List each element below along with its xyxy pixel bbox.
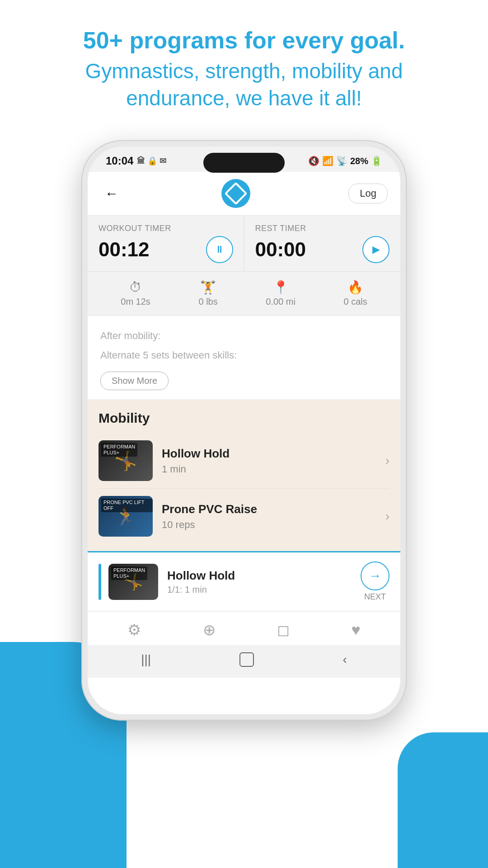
location-icon: 📍 [273,280,289,295]
next-button[interactable]: → NEXT [361,561,389,602]
hollow-detail: 1 min [162,463,385,475]
battery-icon: 🔋 [371,156,382,166]
signal-icon: 📡 [336,156,347,166]
phone-mockup: 10:04 🏛 🔒 ✉ 🔇 📶 📡 28% 🔋 ← [81,140,407,721]
desc-line2: Alternate 5 sets between skills: [100,348,388,363]
stat-distance-value: 0.00 mi [266,297,296,307]
timer-section: WORKOUT TIMER 00:12 ⏸ REST TIMER 00:00 [88,215,400,272]
description-section: After mobility: Alternate 5 sets between… [88,316,400,400]
exercise-item-hollow[interactable]: PERFORMANPLUS+ 🤸 Hollow Hold 1 min › [99,433,389,489]
app-logo [221,179,250,208]
current-thumb-label: PERFORMANPLUS+ [111,566,147,580]
header-section: 50+ programs for every goal. Gymnastics,… [0,0,488,130]
mobility-section: Mobility PERFORMANPLUS+ 🤸 Hollow Hold 1 … [88,400,400,551]
status-left: 10:04 🏛 🔒 ✉ [106,155,166,167]
prone-detail: 10 reps [162,519,385,531]
workout-timer-row: 00:12 ⏸ [99,236,233,263]
prone-thumb: PRONE PVC LIFT OFF 🏃 [99,496,153,537]
phone-screen: ← Log WORKOUT TIMER 00:12 ⏸ [88,172,400,714]
stats-row: ⏱ 0m 12s 🏋 0 lbs 📍 0.00 mi 🔥 0 cals [88,272,400,316]
hollow-thumb: PERFORMANPLUS+ 🤸 [99,440,153,481]
desc-line1: After mobility: [100,328,388,343]
phone-inner: 10:04 🏛 🔒 ✉ 🔇 📶 📡 28% 🔋 ← [88,146,400,714]
stat-distance: 📍 0.00 mi [266,280,296,307]
workout-timer-label: WORKOUT TIMER [99,224,233,233]
current-exercise-bar: PERFORMANPLUS+ 🤸 Hollow Hold 1/1: 1 min … [88,551,400,611]
favorite-nav-icon[interactable]: ♥ [352,621,361,639]
show-more-button[interactable]: Show More [100,372,169,390]
back-button[interactable]: ← [100,182,123,205]
current-detail: 1/1: 1 min [167,585,361,595]
rest-timer-label: REST TIMER [255,224,390,233]
stat-time-value: 0m 12s [121,297,150,307]
weight-icon: 🏋 [200,280,216,295]
bottom-nav: ⚙ ⊕ ◻ ♥ [88,611,400,645]
current-name: Hollow Hold [167,569,361,583]
top-nav: ← Log [88,172,400,215]
forward-gesture-icon[interactable]: ‹ [343,652,347,667]
current-info: Hollow Hold 1/1: 1 min [167,569,361,595]
header-title: 50+ programs for every goal. [36,27,452,54]
stat-time: ⏱ 0m 12s [121,280,150,307]
current-thumb: PERFORMANPLUS+ 🤸 [108,564,158,600]
stat-weight: 🏋 0 lbs [198,280,217,307]
prone-info: Prone PVC Raise 10 reps [162,502,385,531]
next-circle: → [361,561,389,590]
home-square-icon[interactable] [239,652,254,667]
rest-timer-block: REST TIMER 00:00 ▶ [244,216,401,271]
play-button[interactable]: ▶ [362,236,389,263]
settings-nav-icon[interactable]: ⚙ [127,621,141,639]
add-nav-icon[interactable]: ⊕ [203,621,216,639]
phone-outer: 10:04 🏛 🔒 ✉ 🔇 📶 📡 28% 🔋 ← [81,140,407,721]
logo-icon [224,182,247,205]
play-icon: ▶ [372,244,380,255]
fire-icon: 🔥 [347,280,363,295]
hollow-info: Hollow Hold 1 min [162,447,385,475]
prone-name: Prone PVC Raise [162,502,385,516]
hollow-thumb-label: PERFORMANPLUS+ [101,443,137,457]
exercise-item-prone[interactable]: PRONE PVC LIFT OFF 🏃 Prone PVC Raise 10 … [99,489,389,544]
bg-blue-right [398,732,488,868]
mute-icon: 🔇 [308,156,319,166]
current-left-indicator [99,564,101,600]
status-time: 10:04 [106,155,133,167]
prone-thumb-label: PRONE PVC LIFT OFF [101,499,153,512]
rest-timer-row: 00:00 ▶ [255,236,390,263]
battery-text: 28% [350,156,368,166]
status-icons-left: 🏛 🔒 ✉ [137,156,166,166]
pause-button[interactable]: ⏸ [206,236,233,263]
hollow-arrow-icon: › [385,453,389,468]
status-icons-right: 🔇 📶 📡 28% 🔋 [308,156,382,166]
mobility-title: Mobility [99,410,389,426]
stat-weight-value: 0 lbs [198,297,217,307]
rest-timer-value: 00:00 [255,238,306,261]
stat-cals: 🔥 0 cals [343,280,367,307]
hollow-name: Hollow Hold [162,447,385,461]
workout-timer-value: 00:12 [99,238,150,261]
wifi-icon: 📶 [322,156,333,166]
next-label: NEXT [364,592,386,602]
back-gesture-icon[interactable]: ||| [141,652,151,667]
home-indicator: ||| ‹ [88,645,400,678]
prone-arrow-icon: › [385,509,389,524]
stat-cals-value: 0 cals [343,297,367,307]
header-subtitle: Gymnastics, strength, mobility and endur… [36,58,452,112]
next-arrow-icon: → [369,569,381,583]
pause-icon: ⏸ [215,244,225,255]
clock-icon: ⏱ [129,280,142,295]
notes-nav-icon[interactable]: ◻ [277,621,290,639]
log-button[interactable]: Log [348,184,388,203]
dynamic-island [203,153,285,173]
workout-timer-block: WORKOUT TIMER 00:12 ⏸ [88,216,244,271]
